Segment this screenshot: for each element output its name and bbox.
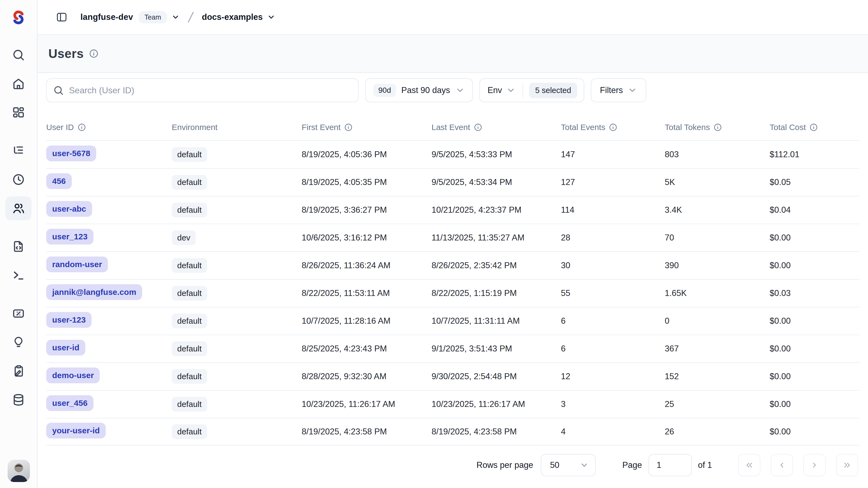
langfuse-logo[interactable]	[0, 0, 37, 35]
total-events-cell: 6	[561, 316, 665, 326]
last-event-cell: 8/26/2025, 2:35:42 PM	[432, 261, 561, 270]
sidebar-item-sessions[interactable]	[5, 168, 32, 192]
filters-label: Filters	[600, 85, 623, 95]
column-header[interactable]: Total Cost	[770, 123, 859, 132]
table-row[interactable]: random-user default 8/26/2025, 11:36:24 …	[46, 251, 859, 279]
column-header-label: Total Cost	[770, 123, 806, 132]
environment-badge: default	[172, 341, 207, 356]
environment-badge: default	[172, 286, 207, 300]
user-id-badge[interactable]: user_123	[46, 229, 93, 245]
user-id-badge[interactable]: user-id	[46, 340, 85, 355]
user-id-badge[interactable]: user-123	[46, 312, 92, 328]
breadcrumb-project[interactable]: docs-examples	[202, 12, 263, 22]
chevron-down-icon	[506, 86, 516, 95]
column-header-label: Last Event	[432, 123, 470, 132]
last-event-cell: 10/21/2025, 4:23:37 PM	[432, 205, 561, 215]
column-header[interactable]: First Event	[302, 123, 432, 132]
breadcrumb-org[interactable]: langfuse-dev	[81, 12, 133, 22]
next-page-button[interactable]	[803, 454, 826, 476]
table-row[interactable]: jannik@langfuse.com default 8/22/2025, 1…	[46, 279, 859, 307]
total-events-cell: 6	[561, 344, 665, 354]
rows-per-page-label: Rows per page	[476, 460, 533, 470]
user-id-badge[interactable]: random-user	[46, 257, 108, 272]
lightbulb-icon	[12, 336, 25, 349]
total-cost-cell: $0.04	[770, 205, 859, 215]
table-row[interactable]: user-5678 default 8/19/2025, 4:05:36 PM …	[46, 140, 859, 168]
environment-selected-badge: 5 selected	[529, 83, 577, 98]
sidebar-item-scores[interactable]	[5, 302, 32, 325]
column-header[interactable]: Last Event	[432, 123, 561, 132]
page-number-input[interactable]	[648, 454, 692, 476]
page-label: Page	[622, 460, 642, 470]
search-input[interactable]	[69, 85, 352, 95]
project-chevron-down-icon[interactable]	[267, 13, 275, 21]
environment-badge: default	[172, 314, 207, 328]
user-id-badge[interactable]: 456	[46, 173, 72, 189]
list-tree-icon	[12, 144, 25, 157]
org-chevron-down-icon[interactable]	[172, 13, 180, 21]
user-id-badge[interactable]: user-abc	[46, 201, 92, 217]
sidebar-item-search[interactable]	[5, 43, 32, 67]
column-info-icon[interactable]	[474, 123, 482, 132]
app-root: langfuse-dev Team docs-examples Users	[0, 0, 868, 488]
total-events-cell: 127	[561, 177, 665, 187]
environment-filter-button[interactable]: Env 5 selected	[479, 78, 584, 102]
filters-button[interactable]: Filters	[591, 78, 646, 102]
column-header[interactable]: Environment	[172, 123, 302, 132]
percent-card-icon	[12, 307, 25, 320]
total-cost-cell: $0.00	[770, 261, 859, 270]
column-header[interactable]: Total Events	[561, 123, 665, 132]
sidebar-item-dashboards[interactable]	[5, 101, 32, 124]
date-range-button[interactable]: 90d Past 90 days	[365, 78, 473, 102]
column-info-icon[interactable]	[344, 123, 352, 132]
first-page-button[interactable]	[738, 454, 761, 476]
sidebar-item-prompts[interactable]	[5, 234, 32, 258]
sidebar-item-annotation[interactable]	[5, 359, 32, 383]
last-page-button[interactable]	[836, 454, 858, 476]
table-row[interactable]: your-user-id default 8/19/2025, 4:23:58 …	[46, 418, 859, 446]
rows-per-page-select[interactable]: 50	[541, 454, 596, 476]
column-info-icon[interactable]	[609, 123, 617, 132]
clock-icon	[12, 173, 25, 186]
column-header[interactable]: User ID	[46, 123, 172, 132]
page-title-info-icon[interactable]	[89, 49, 98, 58]
org-type-badge: Team	[138, 11, 167, 23]
table-row[interactable]: user-abc default 8/19/2025, 3:36:27 PM 1…	[46, 196, 859, 224]
environment-badge: default	[172, 147, 207, 162]
column-info-icon[interactable]	[78, 123, 86, 132]
date-range-label: Past 90 days	[401, 85, 450, 95]
sidebar-toggle-button[interactable]	[54, 9, 69, 25]
sidebar-item-tracing[interactable]	[5, 139, 32, 163]
table-row[interactable]: user_123 dev 10/6/2025, 3:16:12 PM 11/13…	[46, 224, 859, 251]
user-id-badge[interactable]: your-user-id	[46, 423, 106, 438]
sidebar-item-datasets[interactable]	[5, 388, 32, 412]
sidebar-item-users[interactable]	[5, 196, 32, 220]
table-row[interactable]: user-123 default 10/7/2025, 11:28:16 AM …	[46, 307, 859, 335]
sidebar	[0, 0, 37, 488]
sidebar-item-evaluators[interactable]	[5, 330, 32, 354]
user-avatar[interactable]	[8, 460, 30, 482]
table-row[interactable]: user_456 default 10/23/2025, 11:26:17 AM…	[46, 390, 859, 418]
table-row[interactable]: user-id default 8/25/2025, 4:23:43 PM 9/…	[46, 335, 859, 362]
total-tokens-cell: 803	[665, 150, 770, 160]
filter-toolbar: 90d Past 90 days Env 5 selected	[46, 78, 859, 102]
home-icon	[12, 77, 25, 91]
sidebar-item-playground[interactable]	[5, 263, 32, 287]
column-header[interactable]: Total Tokens	[665, 123, 770, 132]
user-id-badge[interactable]: user-5678	[46, 146, 96, 161]
sidebar-item-home[interactable]	[5, 72, 32, 96]
total-cost-cell: $0.05	[770, 177, 859, 187]
user-id-badge[interactable]: demo-user	[46, 368, 100, 383]
total-cost-cell: $0.00	[770, 316, 859, 326]
environment-badge: default	[172, 175, 207, 190]
table-row[interactable]: 456 default 8/19/2025, 4:05:35 PM 9/5/20…	[46, 168, 859, 196]
first-event-cell: 8/19/2025, 4:23:58 PM	[302, 427, 432, 437]
column-info-icon[interactable]	[714, 123, 722, 132]
user-id-badge[interactable]: user_456	[46, 395, 93, 411]
previous-page-button[interactable]	[771, 454, 793, 476]
table-row[interactable]: demo-user default 8/28/2025, 9:32:30 AM …	[46, 362, 859, 390]
column-info-icon[interactable]	[810, 123, 818, 132]
total-events-cell: 12	[561, 372, 665, 381]
user-id-badge[interactable]: jannik@langfuse.com	[46, 284, 142, 300]
first-event-cell: 8/19/2025, 4:05:35 PM	[302, 177, 432, 187]
